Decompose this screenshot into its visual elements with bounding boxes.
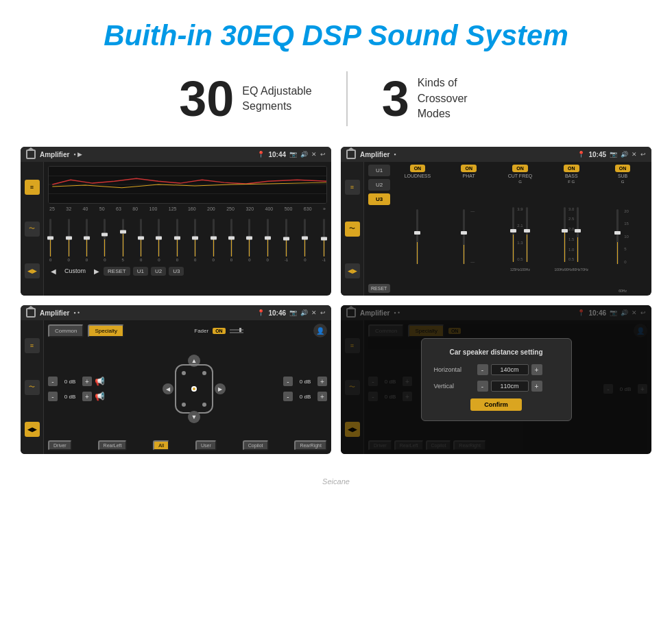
eq-slider-track-11[interactable] bbox=[248, 219, 250, 257]
eq-slider-track-12[interactable] bbox=[267, 219, 269, 257]
eq-slider-track-3[interactable] bbox=[104, 219, 106, 257]
eq-slider-thumb-13[interactable] bbox=[283, 237, 289, 241]
sidebar-wave-btn[interactable]: 〜 bbox=[25, 222, 40, 237]
eq-slider-thumb-10[interactable] bbox=[228, 236, 235, 239]
sidebar-eq-btn-2[interactable]: ≡ bbox=[345, 180, 360, 195]
eq-slider-thumb-11[interactable] bbox=[246, 236, 252, 239]
eq-slider-track-10[interactable] bbox=[230, 219, 232, 257]
sidebar-vol-btn-3[interactable]: ◀▶ bbox=[25, 422, 40, 437]
cutfreq-slider-2[interactable] bbox=[526, 207, 528, 262]
common-tab-3[interactable]: Common bbox=[48, 324, 84, 337]
home-icon-2[interactable] bbox=[346, 150, 356, 159]
driver-btn-3[interactable]: Driver bbox=[48, 440, 72, 451]
bass-slider-1[interactable] bbox=[564, 207, 566, 262]
eq-slider-track-0[interactable] bbox=[49, 219, 51, 257]
horizontal-minus[interactable]: - bbox=[477, 364, 488, 375]
eq-slider-track-6[interactable] bbox=[158, 219, 160, 257]
eq-slider-track-2[interactable] bbox=[86, 219, 88, 257]
eq-slider-track-13[interactable] bbox=[285, 219, 287, 257]
rearright-btn-3[interactable]: RearRight bbox=[294, 440, 327, 451]
phat-slider[interactable] bbox=[463, 209, 465, 264]
gain-rl-plus[interactable]: + bbox=[82, 392, 92, 401]
home-icon-1[interactable] bbox=[26, 150, 36, 159]
eq-slider-track-5[interactable] bbox=[140, 219, 142, 257]
next-arrow[interactable]: ▶ bbox=[93, 267, 101, 275]
down-arrow-3[interactable]: ▼ bbox=[188, 411, 200, 423]
preset-u3[interactable]: U3 bbox=[368, 193, 390, 205]
sub-slider[interactable] bbox=[616, 209, 619, 264]
eq-slider-thumb-0[interactable] bbox=[47, 236, 53, 239]
vertical-plus[interactable]: + bbox=[531, 381, 542, 392]
phat-toggle[interactable]: ON bbox=[461, 165, 477, 172]
sidebar-eq-btn-3[interactable]: ≡ bbox=[25, 338, 40, 353]
loudness-toggle[interactable]: ON bbox=[410, 165, 426, 172]
eq-slider-thumb-2[interactable] bbox=[84, 236, 90, 239]
gain-fr-plus[interactable]: + bbox=[317, 377, 327, 386]
eq-slider-track-7[interactable] bbox=[176, 219, 178, 257]
eq-slider-track-4[interactable] bbox=[122, 219, 124, 257]
crossover-reset-btn[interactable]: RESET bbox=[368, 284, 390, 293]
eq-slider-thumb-1[interactable] bbox=[66, 236, 72, 239]
sidebar-wave-btn-3[interactable]: 〜 bbox=[25, 380, 40, 395]
user-btn-3[interactable]: User bbox=[195, 440, 217, 451]
channel-bass: ON BASS F G 3.0 2.5 bbox=[547, 165, 596, 293]
rearleft-btn-3[interactable]: RearLeft bbox=[98, 440, 128, 451]
gain-rl-minus[interactable]: - bbox=[48, 392, 58, 401]
sub-thumb[interactable] bbox=[614, 231, 621, 235]
eq-slider-thumb-4[interactable] bbox=[120, 230, 126, 234]
eq-slider-thumb-14[interactable] bbox=[302, 236, 308, 239]
specialty-tab-3[interactable]: Specialty bbox=[88, 324, 123, 337]
cutfreq-thumb-1[interactable] bbox=[510, 229, 516, 232]
cutfreq-toggle[interactable]: ON bbox=[512, 165, 528, 172]
cutfreq-slider-1[interactable] bbox=[512, 207, 514, 262]
loudness-thumb[interactable] bbox=[414, 231, 420, 235]
eq-slider-thumb-7[interactable] bbox=[174, 236, 180, 239]
preset-u1[interactable]: U1 bbox=[368, 165, 390, 176]
sub-toggle[interactable]: ON bbox=[615, 165, 631, 172]
reset-btn[interactable]: RESET bbox=[104, 267, 130, 276]
sidebar-vol-btn-2[interactable]: ◀▶ bbox=[345, 263, 360, 278]
bass-toggle[interactable]: ON bbox=[564, 165, 579, 172]
sidebar-wave-btn-2[interactable]: 〜 bbox=[345, 222, 360, 237]
eq-slider-thumb-6[interactable] bbox=[156, 236, 162, 239]
phat-thumb[interactable] bbox=[461, 231, 467, 235]
home-icon-3[interactable] bbox=[26, 308, 36, 318]
eq-slider-thumb-15[interactable] bbox=[321, 237, 327, 241]
fader-on-badge-3[interactable]: ON bbox=[213, 328, 226, 334]
u2-btn[interactable]: U2 bbox=[151, 267, 166, 276]
u1-btn[interactable]: U1 bbox=[133, 267, 148, 276]
left-arrow-3[interactable]: ◀ bbox=[163, 383, 173, 394]
eq-slider-track-1[interactable] bbox=[68, 219, 70, 257]
eq-slider-thumb-5[interactable] bbox=[138, 236, 144, 239]
gain-fl-minus[interactable]: - bbox=[48, 377, 58, 386]
preset-u2[interactable]: U2 bbox=[368, 179, 390, 191]
eq-slider-thumb-3[interactable] bbox=[101, 233, 108, 237]
eq-slider-track-15[interactable] bbox=[323, 219, 325, 257]
eq-slider-thumb-8[interactable] bbox=[192, 236, 198, 239]
eq-slider-track-9[interactable] bbox=[213, 219, 215, 257]
eq-slider-track-8[interactable] bbox=[194, 219, 196, 257]
eq-slider-thumb-12[interactable] bbox=[265, 236, 271, 239]
prev-arrow[interactable]: ◀ bbox=[49, 267, 58, 275]
sidebar-eq-btn[interactable]: ≡ bbox=[25, 180, 40, 195]
eq-slider-thumb-9[interactable] bbox=[211, 236, 217, 239]
right-arrow-3[interactable]: ▶ bbox=[215, 383, 226, 394]
gain-fr-minus[interactable]: - bbox=[283, 377, 293, 386]
bass-thumb-2[interactable] bbox=[575, 229, 581, 232]
status-icons-2: 📍 10:45 📷 🔊 ✕ ↩ bbox=[577, 151, 646, 158]
cutfreq-thumb-2[interactable] bbox=[524, 229, 530, 232]
gain-fl-plus[interactable]: + bbox=[82, 377, 92, 386]
eq-slider-track-14[interactable] bbox=[304, 219, 306, 257]
vertical-minus[interactable]: - bbox=[477, 381, 488, 392]
bass-thumb-1[interactable] bbox=[562, 229, 568, 232]
gain-rr-plus[interactable]: + bbox=[317, 392, 327, 401]
loudness-slider[interactable] bbox=[416, 209, 418, 264]
all-btn-3[interactable]: All bbox=[153, 440, 169, 451]
bass-slider-2[interactable] bbox=[577, 207, 579, 262]
copilot-btn-3[interactable]: Copilot bbox=[243, 440, 269, 451]
u3-btn[interactable]: U3 bbox=[169, 267, 184, 276]
confirm-button[interactable]: Confirm bbox=[470, 398, 522, 411]
horizontal-plus[interactable]: + bbox=[531, 364, 542, 375]
sidebar-vol-btn[interactable]: ◀▶ bbox=[25, 263, 40, 278]
gain-rr-minus[interactable]: - bbox=[283, 392, 293, 401]
